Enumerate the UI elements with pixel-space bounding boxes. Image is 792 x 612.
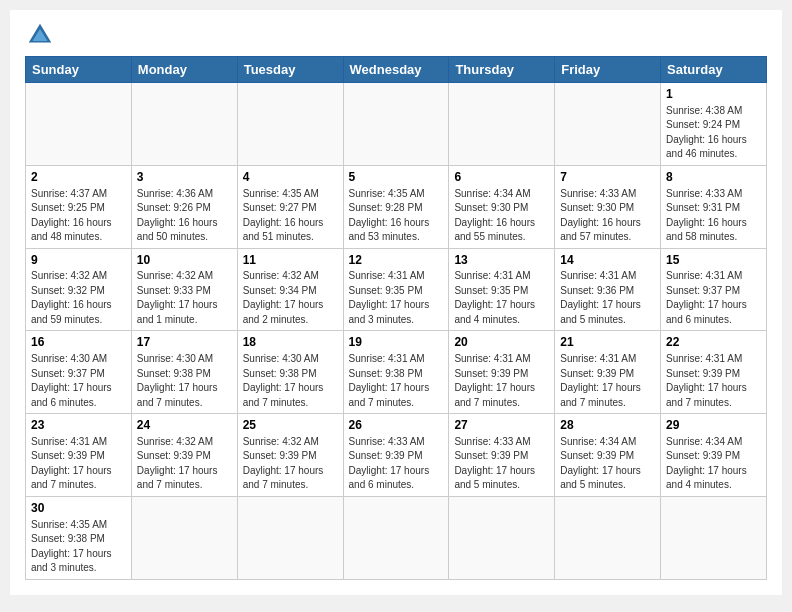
day-number: 27 xyxy=(454,417,549,434)
logo xyxy=(25,20,59,50)
day-number: 21 xyxy=(560,334,655,351)
calendar-day-cell: 15Sunrise: 4:31 AM Sunset: 9:37 PM Dayli… xyxy=(661,248,767,331)
day-number: 6 xyxy=(454,169,549,186)
calendar-day-cell: 24Sunrise: 4:32 AM Sunset: 9:39 PM Dayli… xyxy=(131,414,237,497)
day-number: 25 xyxy=(243,417,338,434)
day-info: Sunrise: 4:36 AM Sunset: 9:26 PM Dayligh… xyxy=(137,187,232,245)
calendar-day-cell xyxy=(449,83,555,166)
calendar-day-cell: 1Sunrise: 4:38 AM Sunset: 9:24 PM Daylig… xyxy=(661,83,767,166)
day-number: 16 xyxy=(31,334,126,351)
day-info: Sunrise: 4:32 AM Sunset: 9:32 PM Dayligh… xyxy=(31,269,126,327)
calendar-day-cell: 16Sunrise: 4:30 AM Sunset: 9:37 PM Dayli… xyxy=(26,331,132,414)
day-info: Sunrise: 4:33 AM Sunset: 9:39 PM Dayligh… xyxy=(454,435,549,493)
calendar-day-cell: 28Sunrise: 4:34 AM Sunset: 9:39 PM Dayli… xyxy=(555,414,661,497)
calendar-day-cell: 5Sunrise: 4:35 AM Sunset: 9:28 PM Daylig… xyxy=(343,165,449,248)
day-number: 2 xyxy=(31,169,126,186)
calendar-day-cell xyxy=(661,496,767,579)
calendar-day-cell: 17Sunrise: 4:30 AM Sunset: 9:38 PM Dayli… xyxy=(131,331,237,414)
weekday-header-cell: Wednesday xyxy=(343,57,449,83)
day-number: 15 xyxy=(666,252,761,269)
day-number: 28 xyxy=(560,417,655,434)
day-info: Sunrise: 4:31 AM Sunset: 9:35 PM Dayligh… xyxy=(349,269,444,327)
day-info: Sunrise: 4:31 AM Sunset: 9:39 PM Dayligh… xyxy=(31,435,126,493)
day-number: 24 xyxy=(137,417,232,434)
day-info: Sunrise: 4:31 AM Sunset: 9:39 PM Dayligh… xyxy=(666,352,761,410)
calendar-day-cell: 11Sunrise: 4:32 AM Sunset: 9:34 PM Dayli… xyxy=(237,248,343,331)
day-info: Sunrise: 4:31 AM Sunset: 9:36 PM Dayligh… xyxy=(560,269,655,327)
calendar-day-cell: 20Sunrise: 4:31 AM Sunset: 9:39 PM Dayli… xyxy=(449,331,555,414)
calendar-day-cell: 26Sunrise: 4:33 AM Sunset: 9:39 PM Dayli… xyxy=(343,414,449,497)
day-number: 23 xyxy=(31,417,126,434)
day-number: 5 xyxy=(349,169,444,186)
calendar-day-cell: 19Sunrise: 4:31 AM Sunset: 9:38 PM Dayli… xyxy=(343,331,449,414)
day-number: 14 xyxy=(560,252,655,269)
calendar-day-cell xyxy=(555,83,661,166)
day-info: Sunrise: 4:31 AM Sunset: 9:37 PM Dayligh… xyxy=(666,269,761,327)
day-info: Sunrise: 4:35 AM Sunset: 9:28 PM Dayligh… xyxy=(349,187,444,245)
calendar-day-cell: 18Sunrise: 4:30 AM Sunset: 9:38 PM Dayli… xyxy=(237,331,343,414)
calendar-table: SundayMondayTuesdayWednesdayThursdayFrid… xyxy=(25,56,767,580)
weekday-header-cell: Sunday xyxy=(26,57,132,83)
calendar-day-cell: 14Sunrise: 4:31 AM Sunset: 9:36 PM Dayli… xyxy=(555,248,661,331)
calendar-week-row: 9Sunrise: 4:32 AM Sunset: 9:32 PM Daylig… xyxy=(26,248,767,331)
day-number: 13 xyxy=(454,252,549,269)
day-info: Sunrise: 4:35 AM Sunset: 9:27 PM Dayligh… xyxy=(243,187,338,245)
day-info: Sunrise: 4:32 AM Sunset: 9:39 PM Dayligh… xyxy=(243,435,338,493)
day-info: Sunrise: 4:34 AM Sunset: 9:39 PM Dayligh… xyxy=(560,435,655,493)
calendar-day-cell xyxy=(131,83,237,166)
calendar-day-cell: 30Sunrise: 4:35 AM Sunset: 9:38 PM Dayli… xyxy=(26,496,132,579)
day-number: 1 xyxy=(666,86,761,103)
calendar-day-cell: 2Sunrise: 4:37 AM Sunset: 9:25 PM Daylig… xyxy=(26,165,132,248)
day-info: Sunrise: 4:35 AM Sunset: 9:38 PM Dayligh… xyxy=(31,518,126,576)
day-number: 4 xyxy=(243,169,338,186)
page-container: SundayMondayTuesdayWednesdayThursdayFrid… xyxy=(10,10,782,595)
calendar-day-cell xyxy=(26,83,132,166)
calendar-day-cell xyxy=(555,496,661,579)
day-info: Sunrise: 4:32 AM Sunset: 9:39 PM Dayligh… xyxy=(137,435,232,493)
day-info: Sunrise: 4:37 AM Sunset: 9:25 PM Dayligh… xyxy=(31,187,126,245)
calendar-week-row: 30Sunrise: 4:35 AM Sunset: 9:38 PM Dayli… xyxy=(26,496,767,579)
calendar-day-cell: 29Sunrise: 4:34 AM Sunset: 9:39 PM Dayli… xyxy=(661,414,767,497)
calendar-day-cell: 6Sunrise: 4:34 AM Sunset: 9:30 PM Daylig… xyxy=(449,165,555,248)
weekday-header-cell: Saturday xyxy=(661,57,767,83)
calendar-day-cell xyxy=(237,496,343,579)
day-info: Sunrise: 4:31 AM Sunset: 9:39 PM Dayligh… xyxy=(560,352,655,410)
day-number: 3 xyxy=(137,169,232,186)
day-info: Sunrise: 4:30 AM Sunset: 9:38 PM Dayligh… xyxy=(243,352,338,410)
calendar-day-cell: 3Sunrise: 4:36 AM Sunset: 9:26 PM Daylig… xyxy=(131,165,237,248)
day-number: 17 xyxy=(137,334,232,351)
calendar-day-cell: 8Sunrise: 4:33 AM Sunset: 9:31 PM Daylig… xyxy=(661,165,767,248)
header-area xyxy=(25,20,767,50)
day-info: Sunrise: 4:38 AM Sunset: 9:24 PM Dayligh… xyxy=(666,104,761,162)
day-number: 29 xyxy=(666,417,761,434)
calendar-day-cell xyxy=(449,496,555,579)
day-info: Sunrise: 4:33 AM Sunset: 9:30 PM Dayligh… xyxy=(560,187,655,245)
weekday-header-cell: Thursday xyxy=(449,57,555,83)
day-info: Sunrise: 4:32 AM Sunset: 9:33 PM Dayligh… xyxy=(137,269,232,327)
day-info: Sunrise: 4:30 AM Sunset: 9:38 PM Dayligh… xyxy=(137,352,232,410)
day-number: 20 xyxy=(454,334,549,351)
weekday-header-cell: Tuesday xyxy=(237,57,343,83)
weekday-header-cell: Friday xyxy=(555,57,661,83)
day-number: 8 xyxy=(666,169,761,186)
day-info: Sunrise: 4:32 AM Sunset: 9:34 PM Dayligh… xyxy=(243,269,338,327)
day-number: 12 xyxy=(349,252,444,269)
day-info: Sunrise: 4:34 AM Sunset: 9:30 PM Dayligh… xyxy=(454,187,549,245)
calendar-day-cell: 4Sunrise: 4:35 AM Sunset: 9:27 PM Daylig… xyxy=(237,165,343,248)
day-number: 7 xyxy=(560,169,655,186)
calendar-day-cell: 23Sunrise: 4:31 AM Sunset: 9:39 PM Dayli… xyxy=(26,414,132,497)
weekday-header: SundayMondayTuesdayWednesdayThursdayFrid… xyxy=(26,57,767,83)
day-number: 30 xyxy=(31,500,126,517)
calendar-day-cell xyxy=(237,83,343,166)
calendar-day-cell xyxy=(343,496,449,579)
day-number: 22 xyxy=(666,334,761,351)
calendar-day-cell: 10Sunrise: 4:32 AM Sunset: 9:33 PM Dayli… xyxy=(131,248,237,331)
calendar-week-row: 23Sunrise: 4:31 AM Sunset: 9:39 PM Dayli… xyxy=(26,414,767,497)
calendar-week-row: 2Sunrise: 4:37 AM Sunset: 9:25 PM Daylig… xyxy=(26,165,767,248)
day-info: Sunrise: 4:31 AM Sunset: 9:39 PM Dayligh… xyxy=(454,352,549,410)
logo-icon xyxy=(25,20,55,50)
calendar-day-cell: 22Sunrise: 4:31 AM Sunset: 9:39 PM Dayli… xyxy=(661,331,767,414)
calendar-day-cell xyxy=(131,496,237,579)
day-info: Sunrise: 4:31 AM Sunset: 9:38 PM Dayligh… xyxy=(349,352,444,410)
day-number: 26 xyxy=(349,417,444,434)
